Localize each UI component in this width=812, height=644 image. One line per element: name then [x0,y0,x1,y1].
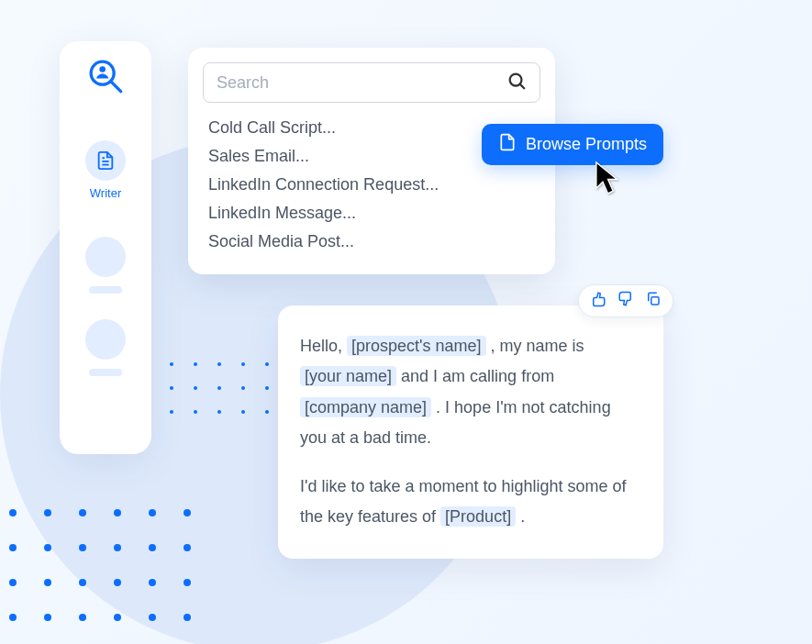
svg-line-2 [112,83,121,92]
decorative-dots [9,509,191,621]
token-product[interactable]: [Product] [440,506,516,527]
thumbs-up-icon[interactable] [617,291,634,311]
prompt-item[interactable]: LinkedIn Connection Request... [203,171,540,199]
prompt-item[interactable]: LinkedIn Message... [203,199,540,228]
search-person-logo-icon [87,58,124,94]
search-icon [506,71,527,94]
sidebar-item-placeholder [85,319,126,376]
browse-prompts-button[interactable]: Browse Prompts [482,124,663,165]
search-box[interactable] [203,62,540,103]
output-card: Hello, [prospect's name] , my name is [y… [278,305,663,559]
browse-prompts-label: Browse Prompts [526,135,647,154]
sidebar-item-writer[interactable]: Writer [85,140,126,200]
feedback-toolbar [578,284,673,317]
sidebar-item-label: Writer [90,186,121,200]
svg-line-7 [520,84,525,89]
document-icon [85,140,126,181]
decorative-dots-small [170,362,269,414]
search-input[interactable] [217,73,506,93]
prompt-item[interactable]: Social Media Post... [203,228,540,256]
sidebar-item-placeholder [85,237,126,294]
copy-icon[interactable] [645,291,662,311]
svg-rect-8 [651,297,659,305]
sidebar: Writer [60,41,151,454]
token-your-name[interactable]: [your name] [300,366,396,386]
token-prospect-name[interactable]: [prospect's name] [347,336,486,356]
cursor-pointer-icon [594,160,625,200]
thumbs-down-icon[interactable] [590,291,606,311]
output-paragraph: I'd like to take a moment to highlight s… [300,472,641,533]
token-company-name[interactable]: [company name] [300,397,431,417]
svg-point-0 [91,61,114,84]
svg-point-1 [99,66,106,72]
output-paragraph: Hello, [prospect's name] , my name is [y… [300,331,641,453]
file-icon [498,133,517,156]
